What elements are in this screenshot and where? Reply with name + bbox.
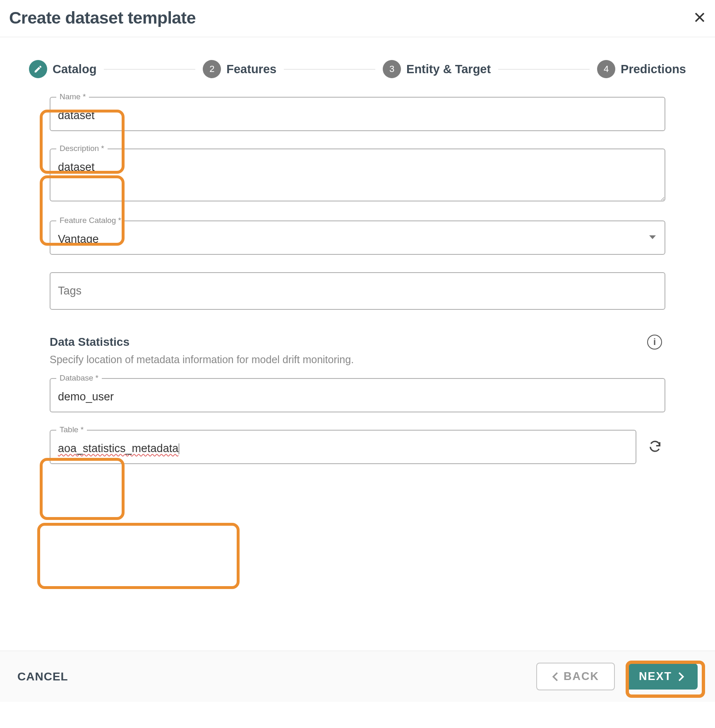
table-field-wrap: Table * aoa_statistics_metadata (50, 430, 636, 464)
database-input[interactable] (50, 378, 665, 412)
close-icon (693, 11, 706, 24)
step-divider (284, 69, 375, 69)
database-field-wrap: Database * (50, 378, 665, 412)
back-label: BACK (564, 670, 599, 683)
database-label: Database * (56, 374, 102, 383)
step-label: Catalog (53, 62, 96, 76)
info-icon[interactable]: i (647, 335, 662, 350)
step-predictions[interactable]: 4 Predictions (597, 60, 686, 78)
description-field-wrap: Description * (50, 148, 665, 203)
name-field-wrap: Name * (50, 97, 665, 131)
feature-catalog-field-wrap: Feature Catalog * Vantage (50, 220, 665, 255)
name-label: Name * (56, 92, 89, 101)
step-entity-target[interactable]: 3 Entity & Target (383, 60, 491, 78)
description-label: Description * (56, 144, 108, 153)
description-input[interactable] (50, 148, 665, 201)
close-button[interactable] (693, 11, 706, 25)
text-cursor (179, 443, 179, 454)
stepper: Catalog 2 Features 3 Entity & Target 4 P… (0, 37, 715, 97)
table-input-text: aoa_statistics_metadata (58, 442, 178, 455)
chevron-left-icon (552, 672, 559, 682)
name-input[interactable] (50, 97, 665, 131)
footer-right-buttons: BACK NEXT (536, 663, 698, 690)
back-button[interactable]: BACK (536, 663, 615, 690)
feature-catalog-select[interactable]: Vantage (50, 220, 665, 255)
chevron-right-icon (678, 672, 684, 682)
tags-field-wrap (50, 272, 665, 310)
refresh-button[interactable] (645, 436, 665, 458)
dialog-header: Create dataset template (0, 0, 715, 37)
data-statistics-heading: Data Statistics i (50, 335, 665, 350)
section-title-text: Data Statistics (50, 335, 130, 349)
step-divider (498, 69, 590, 69)
cancel-button[interactable]: CANCEL (17, 670, 68, 683)
step-number: 4 (597, 60, 615, 78)
step-divider (104, 69, 195, 69)
step-number: 2 (203, 60, 221, 78)
refresh-icon (648, 439, 662, 453)
dialog-title: Create dataset template (9, 8, 196, 28)
data-statistics-desc: Specify location of metadata information… (50, 354, 665, 366)
table-label: Table * (56, 425, 87, 434)
table-field-row: Table * aoa_statistics_metadata (50, 430, 665, 464)
table-input[interactable]: aoa_statistics_metadata (50, 430, 636, 464)
step-label: Predictions (621, 62, 686, 76)
step-label: Features (226, 62, 276, 76)
dialog-footer: CANCEL BACK NEXT (0, 651, 715, 702)
step-features[interactable]: 2 Features (203, 60, 276, 78)
feature-catalog-label: Feature Catalog * (56, 216, 125, 225)
step-number: 3 (383, 60, 401, 78)
pencil-icon (29, 60, 47, 78)
create-dataset-dialog: Create dataset template Catalog 2 Featur… (0, 0, 715, 702)
next-label: NEXT (639, 670, 672, 683)
tags-input[interactable] (50, 272, 665, 310)
form-area: Name * Description * Feature Catalog * V… (0, 97, 715, 651)
next-button[interactable]: NEXT (626, 663, 698, 690)
step-catalog[interactable]: Catalog (29, 60, 96, 78)
step-label: Entity & Target (406, 62, 491, 76)
